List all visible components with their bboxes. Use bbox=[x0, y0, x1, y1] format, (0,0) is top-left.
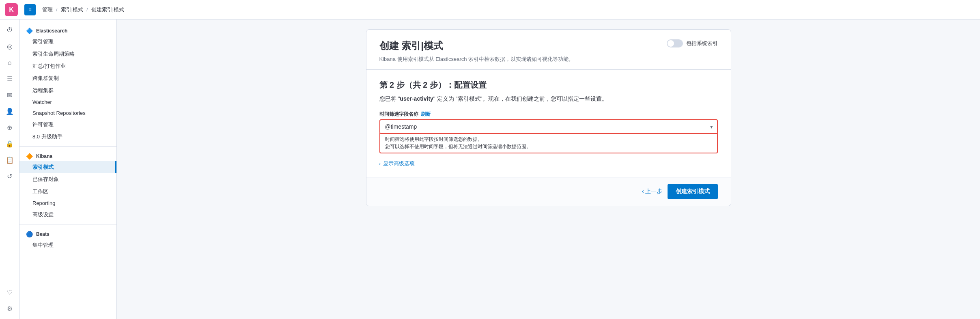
lock-icon[interactable]: 🔒 bbox=[2, 136, 17, 151]
step-title: 第 2 步（共 2 步）：配置设置 bbox=[379, 80, 718, 91]
toggle-label: 包括系统索引 bbox=[686, 40, 718, 47]
sidebar: 🔷 Elasticsearch 索引管理 索引生命周期策略 汇总/打包作业 跨集… bbox=[19, 19, 117, 319]
panel-title: 创建 索引|模式 bbox=[379, 39, 574, 52]
sidebar-item-remote-cluster[interactable]: 远程集群 bbox=[19, 84, 116, 97]
sidebar-section-beats: 🔵 Beats bbox=[19, 228, 116, 239]
kibana-logo[interactable]: K bbox=[5, 3, 18, 16]
panel-body: 第 2 步（共 2 步）：配置设置 您已将 "user-activity" 定义… bbox=[366, 70, 731, 177]
timestamp-field-input[interactable] bbox=[380, 120, 717, 133]
create-index-pattern-panel: 创建 索引|模式 Kibana 使用索引模式从 Elasticsearch 索引… bbox=[366, 29, 731, 206]
person-icon[interactable]: 👤 bbox=[2, 104, 17, 119]
sidebar-item-beats-central[interactable]: 集中管理 bbox=[19, 239, 116, 251]
sidebar-item-lifecycle[interactable]: 索引生命周期策略 bbox=[19, 48, 116, 60]
app-icon[interactable]: ≡ bbox=[24, 4, 36, 15]
sidebar-section-elasticsearch: 🔷 Elasticsearch bbox=[19, 24, 116, 36]
time-field-form: 时间筛选字段名称 刷新 ▾ 时间筛选将使用此字段按时间筛选您的数据。 您可以选择… bbox=[379, 111, 718, 153]
index-pattern-name: user-activity bbox=[400, 95, 433, 102]
sidebar-item-saved-objects[interactable]: 已保存对象 bbox=[19, 173, 116, 185]
refresh-link[interactable]: 刷新 bbox=[421, 111, 431, 118]
heart-icon[interactable]: ♡ bbox=[2, 285, 17, 300]
breadcrumb: 管理 / 索引|模式 / 创建索引|模式 bbox=[42, 6, 124, 13]
icon-rail: ⏱ ◎ ⌂ ☰ ✉ 👤 ⊕ 🔒 📋 ↺ ♡ ⚙ bbox=[0, 19, 19, 319]
sidebar-item-reporting[interactable]: Reporting bbox=[19, 198, 116, 209]
recent-icon[interactable]: ⏱ bbox=[2, 23, 17, 37]
stack-icon[interactable]: ☰ bbox=[2, 71, 17, 86]
breadcrumb-current: 创建索引|模式 bbox=[91, 6, 124, 13]
field-wrapper: ▾ bbox=[379, 119, 718, 134]
include-system-indices-toggle[interactable] bbox=[667, 39, 683, 47]
sidebar-divider-2 bbox=[19, 224, 116, 224]
panel-header-right: 包括系统索引 bbox=[667, 39, 718, 47]
sidebar-item-rollup[interactable]: 汇总/打包作业 bbox=[19, 60, 116, 72]
sidebar-divider-1 bbox=[19, 146, 116, 147]
breadcrumb-management[interactable]: 管理 bbox=[42, 6, 53, 13]
sidebar-item-upgrade[interactable]: 8.0 升级助手 bbox=[19, 131, 116, 143]
field-hint: 时间筛选将使用此字段按时间筛选您的数据。 您可以选择不使用时间字段，但将无法通过… bbox=[379, 133, 718, 153]
step-description: 您已将 "user-activity" 定义为 "索引模式"。现在，在我们创建之… bbox=[379, 95, 718, 103]
sidebar-item-index-management[interactable]: 索引管理 bbox=[19, 36, 116, 48]
panel-subtitle: Kibana 使用索引模式从 Elasticsearch 索引中检索数据，以实现… bbox=[379, 56, 574, 63]
sidebar-item-workpad[interactable]: 工作区 bbox=[19, 185, 116, 198]
mail-icon[interactable]: ✉ bbox=[2, 88, 17, 102]
sidebar-section-kibana: 🔶 Kibana bbox=[19, 150, 116, 161]
panel-footer: ‹ 上一步 创建索引模式 bbox=[366, 177, 731, 206]
top-nav: K ≡ 管理 / 索引|模式 / 创建索引|模式 bbox=[0, 0, 980, 19]
sidebar-item-index-pattern[interactable]: 索引模式 bbox=[19, 161, 116, 173]
advanced-options-toggle[interactable]: › 显示高级选项 bbox=[379, 160, 718, 167]
main-content: 创建 索引|模式 Kibana 使用索引模式从 Elasticsearch 索引… bbox=[117, 19, 980, 319]
breadcrumb-index-pattern[interactable]: 索引|模式 bbox=[61, 6, 83, 13]
list-icon[interactable]: 📋 bbox=[2, 153, 17, 167]
home-icon[interactable]: ⌂ bbox=[2, 55, 17, 70]
sidebar-item-ccr[interactable]: 跨集群复制 bbox=[19, 72, 116, 84]
sidebar-item-snapshot[interactable]: Snapshot Repositories bbox=[19, 108, 116, 119]
sidebar-item-advanced-settings[interactable]: 高级设置 bbox=[19, 209, 116, 221]
chevron-right-icon: › bbox=[379, 162, 381, 166]
create-button[interactable]: 创建索引模式 bbox=[668, 184, 718, 199]
back-button[interactable]: ‹ 上一步 bbox=[642, 188, 663, 195]
panel-header: 创建 索引|模式 Kibana 使用索引模式从 Elasticsearch 索引… bbox=[366, 30, 731, 70]
discover-icon[interactable]: ◎ bbox=[2, 39, 17, 54]
field-label: 时间筛选字段名称 刷新 bbox=[379, 111, 718, 118]
globe-icon[interactable]: ⊕ bbox=[2, 120, 17, 135]
refresh-icon[interactable]: ↺ bbox=[2, 169, 17, 183]
sidebar-item-watcher[interactable]: Watcher bbox=[19, 97, 116, 108]
sidebar-item-license[interactable]: 许可管理 bbox=[19, 119, 116, 131]
gear-bottom-icon[interactable]: ⚙ bbox=[2, 301, 17, 316]
